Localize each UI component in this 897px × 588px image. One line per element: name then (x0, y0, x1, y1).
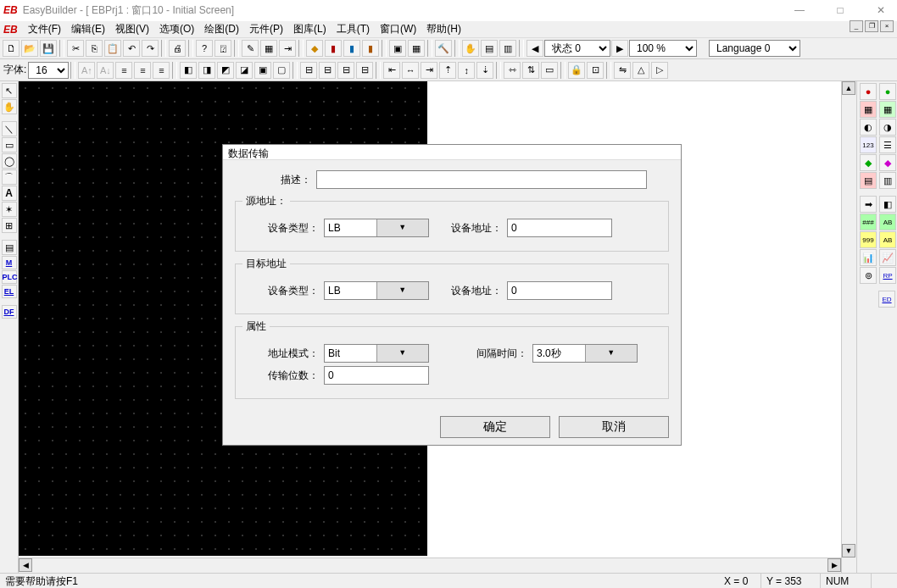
rt-btn-18[interactable]: AB (879, 231, 896, 248)
font-size-combo[interactable]: 16 (28, 62, 69, 79)
menu-edit[interactable]: 编辑(E) (66, 20, 110, 38)
state-next-button[interactable]: ▶ (611, 40, 628, 57)
rt-btn-6[interactable]: ◑ (879, 119, 896, 136)
scroll-right-button[interactable]: ▶ (827, 558, 841, 572)
hammer-icon[interactable]: 🔨 (435, 40, 452, 57)
dist-h-button[interactable]: ⇿ (504, 62, 521, 79)
m-tool[interactable]: M (2, 256, 17, 269)
redo-button[interactable]: ↷ (142, 40, 159, 57)
rt-btn-1[interactable]: ● (860, 83, 877, 100)
mdi-restore-button[interactable]: ❐ (865, 20, 878, 32)
ellipse-tool[interactable]: ◯ (2, 153, 17, 169)
addr-mode-combo[interactable]: Bit▼ (324, 344, 429, 363)
rt-btn-14[interactable]: ◧ (879, 196, 896, 213)
menu-parts[interactable]: 元件(P) (244, 20, 288, 38)
arc-tool[interactable]: ⌒ (2, 169, 17, 185)
align-icon[interactable]: ▤ (481, 40, 498, 57)
new-button[interactable]: 🗋 (3, 40, 20, 57)
rt-btn-10[interactable]: ◆ (879, 154, 896, 171)
alignl-button[interactable]: ⇤ (383, 62, 400, 79)
undo-button[interactable]: ↶ (123, 40, 140, 57)
rt-ed-button[interactable]: ED (878, 291, 895, 308)
compile-icon[interactable]: ◆ (306, 40, 323, 57)
maximize-button[interactable]: □ (827, 4, 853, 16)
rt-btn-9[interactable]: ◆ (860, 154, 877, 171)
alignr-button[interactable]: ⇥ (421, 62, 437, 79)
rt-btn-7[interactable]: 123 (860, 136, 877, 153)
rt-btn-11[interactable]: ▤ (860, 172, 877, 189)
nudge1-button[interactable]: ⊟ (300, 62, 317, 79)
snap-icon[interactable]: ⇥ (279, 40, 296, 57)
alignm-button[interactable]: ↕ (458, 62, 475, 79)
same-size-button[interactable]: ▭ (541, 62, 558, 79)
mdi-close-button[interactable]: × (880, 20, 894, 32)
alignt-button[interactable]: ⇡ (439, 62, 456, 79)
rt-rp-button[interactable]: RP (879, 267, 896, 284)
save-button[interactable]: 💾 (40, 40, 57, 57)
download-icon[interactable]: ▮ (362, 40, 379, 57)
text-tool[interactable]: A (2, 186, 17, 201)
online-sim-icon[interactable]: ▮ (325, 40, 342, 57)
df-tool[interactable]: DF (2, 305, 17, 319)
hand-tool[interactable]: ✋ (2, 99, 17, 114)
hand-icon[interactable]: ✋ (462, 40, 479, 57)
bits-input[interactable] (324, 366, 429, 385)
layer-icon[interactable]: ▥ (499, 40, 516, 57)
alignc-button[interactable]: ↔ (402, 62, 419, 79)
close-button[interactable]: ✕ (868, 4, 894, 16)
lock-button[interactable]: 🔒 (568, 62, 585, 79)
polygon-tool[interactable]: ✶ (2, 202, 17, 217)
desc-input[interactable] (316, 170, 647, 189)
align-left-button[interactable]: ≡ (115, 62, 132, 79)
pointer-tool[interactable]: ↖ (2, 83, 17, 98)
ungroup-button[interactable]: ▢ (273, 62, 290, 79)
cancel-button[interactable]: 取消 (559, 416, 669, 438)
bring-forward-button[interactable]: ◩ (217, 62, 234, 79)
cut-button[interactable]: ✂ (67, 40, 84, 57)
rt-btn-19[interactable]: 📊 (860, 249, 877, 266)
el-tool[interactable]: EL (2, 285, 17, 298)
state-combo[interactable]: 状态 0 (544, 40, 610, 57)
group-button[interactable]: ▣ (254, 62, 271, 79)
plc-tool[interactable]: PLC (2, 270, 17, 284)
scroll-up-button[interactable]: ▲ (842, 81, 855, 95)
zoom-combo[interactable]: 100 % (629, 40, 697, 57)
menu-file[interactable]: 文件(F) (23, 20, 66, 38)
line-tool[interactable]: ＼ (2, 121, 17, 136)
rt-btn-5[interactable]: ◐ (860, 119, 877, 136)
menu-tools[interactable]: 工具(T) (332, 20, 375, 38)
send-back-button[interactable]: ◨ (198, 62, 215, 79)
rt-btn-17[interactable]: 999 (860, 231, 877, 248)
state-prev-button[interactable]: ◀ (526, 40, 543, 57)
copy-button[interactable]: ⎘ (86, 40, 103, 57)
rt-btn-12[interactable]: ▥ (879, 172, 896, 189)
src-addr-input[interactable] (507, 219, 612, 237)
rt-btn-13[interactable]: ➡ (860, 196, 877, 213)
menu-window[interactable]: 窗口(W) (375, 20, 421, 38)
offline-sim-icon[interactable]: ▮ (343, 40, 360, 57)
scroll-left-button[interactable]: ◀ (19, 558, 32, 572)
grid-icon[interactable]: ▦ (260, 40, 277, 57)
rt-btn-8[interactable]: ☰ (879, 136, 896, 153)
rt-btn-20[interactable]: 📈 (879, 249, 896, 266)
font-inc-button[interactable]: A↑ (78, 62, 95, 79)
unlock-button[interactable]: ⊡ (587, 62, 604, 79)
align-right-button[interactable]: ≡ (153, 62, 170, 79)
rt-btn-4[interactable]: ▦ (879, 101, 896, 118)
rt-btn-15[interactable]: ### (860, 214, 877, 230)
context-help-button[interactable]: ⍰ (214, 40, 231, 57)
dst-addr-input[interactable] (507, 281, 612, 300)
scale-tool[interactable]: ⊞ (2, 218, 17, 233)
align-center-button[interactable]: ≡ (134, 62, 151, 79)
menu-library[interactable]: 图库(L) (288, 20, 332, 38)
bring-front-button[interactable]: ◧ (180, 62, 197, 79)
print-button[interactable]: 🖨 (169, 40, 186, 57)
vertical-scrollbar[interactable]: ▲ ▼ (841, 81, 856, 573)
rt-btn-21[interactable]: ⊚ (860, 267, 877, 284)
open-button[interactable]: 📂 (21, 40, 38, 57)
scroll-down-button[interactable]: ▼ (842, 544, 855, 557)
menu-options[interactable]: 选项(O) (154, 20, 199, 38)
menu-help[interactable]: 帮助(H) (421, 20, 466, 38)
rt-btn-3[interactable]: ▦ (860, 101, 877, 118)
alignb-button[interactable]: ⇣ (476, 62, 493, 79)
